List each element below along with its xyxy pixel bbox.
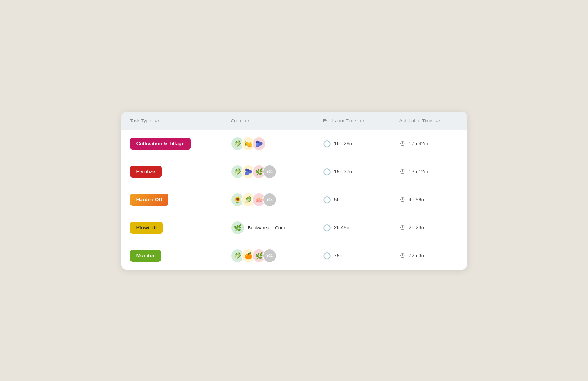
sort-est-labor-icon[interactable]: ▲▼ xyxy=(359,120,365,122)
clock-icon: 🕐 xyxy=(323,168,331,176)
act-labor-cell: ⏱17h 42m xyxy=(391,130,467,158)
est-labor-cell: 🕐75h xyxy=(314,242,391,270)
act-labor-value: 72h 3m xyxy=(409,253,426,259)
task-badge[interactable]: Cultivation & Tillage xyxy=(130,138,191,150)
crop-count-badge: +23 xyxy=(263,249,277,263)
crop-td: 🥬🍋🫐 xyxy=(222,130,314,158)
table-header-row: Task Type ▲▼ Crop ▲▼ Est. Labor Time ▲▼ … xyxy=(121,112,467,130)
stopwatch-icon: ⏱ xyxy=(399,140,406,147)
crop-td: 🥬🍊🌿+23 xyxy=(222,242,314,270)
crop-count-badge: +21 xyxy=(263,165,277,179)
table-row[interactable]: Monitor🥬🍊🌿+23🕐75h⏱72h 3m xyxy=(121,242,467,270)
act-labor-cell: ⏱2h 23m xyxy=(391,214,467,242)
task-badge[interactable]: Fertilize xyxy=(130,166,162,178)
task-badge[interactable]: Harden Off xyxy=(130,194,169,206)
crop-avatar: 🫐 xyxy=(252,137,266,151)
est-labor-value: 2h 45m xyxy=(334,225,351,231)
stopwatch-icon: ⏱ xyxy=(399,168,406,175)
act-labor-value: 17h 42m xyxy=(409,141,428,147)
act-labor-value: 13h 12m xyxy=(409,169,428,175)
main-card: Task Type ▲▼ Crop ▲▼ Est. Labor Time ▲▼ … xyxy=(121,112,467,270)
task-type-cell: Monitor xyxy=(121,242,222,270)
stopwatch-icon: ⏱ xyxy=(399,196,406,203)
task-type-cell: Harden Off xyxy=(121,186,222,214)
crop-cell: 🥬🍋🫐 xyxy=(231,137,305,151)
task-badge[interactable]: Plow/Till xyxy=(130,222,163,234)
crop-td: 🥬🫐🌿+21 xyxy=(222,158,314,186)
clock-icon: 🕐 xyxy=(323,252,331,260)
crop-name: Buckwheat - Com xyxy=(248,225,285,230)
crop-td: 🌿Buckwheat - Com xyxy=(222,214,314,242)
table-row[interactable]: Plow/Till🌿Buckwheat - Com🕐2h 45m⏱2h 23m xyxy=(121,214,467,242)
est-labor-cell: 🕐5h xyxy=(314,186,391,214)
col-est-labor[interactable]: Est. Labor Time ▲▼ xyxy=(314,112,391,130)
sort-task-type-icon[interactable]: ▲▼ xyxy=(154,120,160,122)
stopwatch-icon: ⏱ xyxy=(399,224,406,231)
task-type-cell: Cultivation & Tillage xyxy=(121,130,222,158)
sort-crop-icon[interactable]: ▲▼ xyxy=(244,120,250,122)
crop-cell: 🌿Buckwheat - Com xyxy=(231,221,305,235)
crop-cell: 🌻🥬🪷+14 xyxy=(231,193,305,207)
crop-avatar: 🌿 xyxy=(231,221,245,235)
table-row[interactable]: Fertilize🥬🫐🌿+21🕐15h 37m⏱13h 12m xyxy=(121,158,467,186)
table-row[interactable]: Cultivation & Tillage🥬🍋🫐🕐16h 29m⏱17h 42m xyxy=(121,130,467,158)
est-labor-value: 75h xyxy=(334,253,343,259)
act-labor-value: 2h 23m xyxy=(409,225,426,231)
clock-icon: 🕐 xyxy=(323,140,331,148)
act-labor-cell: ⏱4h 58m xyxy=(391,186,467,214)
clock-icon: 🕐 xyxy=(323,196,331,204)
est-labor-value: 16h 29m xyxy=(334,141,354,147)
act-labor-cell: ⏱13h 12m xyxy=(391,158,467,186)
crop-cell: 🥬🫐🌿+21 xyxy=(231,165,305,179)
est-labor-cell: 🕐2h 45m xyxy=(314,214,391,242)
table-row[interactable]: Harden Off🌻🥬🪷+14🕐5h⏱4h 58m xyxy=(121,186,467,214)
labor-table: Task Type ▲▼ Crop ▲▼ Est. Labor Time ▲▼ … xyxy=(121,112,467,270)
col-task-type[interactable]: Task Type ▲▼ xyxy=(121,112,222,130)
est-labor-value: 5h xyxy=(334,197,340,203)
act-labor-value: 4h 58m xyxy=(409,197,426,203)
col-act-labor[interactable]: Act. Labor Time ▲▼ xyxy=(391,112,467,130)
crop-td: 🌻🥬🪷+14 xyxy=(222,186,314,214)
task-badge[interactable]: Monitor xyxy=(130,250,161,262)
task-type-cell: Plow/Till xyxy=(121,214,222,242)
sort-act-labor-icon[interactable]: ▲▼ xyxy=(436,120,441,122)
col-crop[interactable]: Crop ▲▼ xyxy=(222,112,314,130)
est-labor-value: 15h 37m xyxy=(334,169,354,175)
clock-icon: 🕐 xyxy=(323,224,331,232)
est-labor-cell: 🕐15h 37m xyxy=(314,158,391,186)
crop-cell: 🥬🍊🌿+23 xyxy=(231,249,305,263)
crop-count-badge: +14 xyxy=(263,193,277,207)
stopwatch-icon: ⏱ xyxy=(399,252,406,259)
est-labor-cell: 🕐16h 29m xyxy=(314,130,391,158)
task-type-cell: Fertilize xyxy=(121,158,222,186)
act-labor-cell: ⏱72h 3m xyxy=(391,242,467,270)
